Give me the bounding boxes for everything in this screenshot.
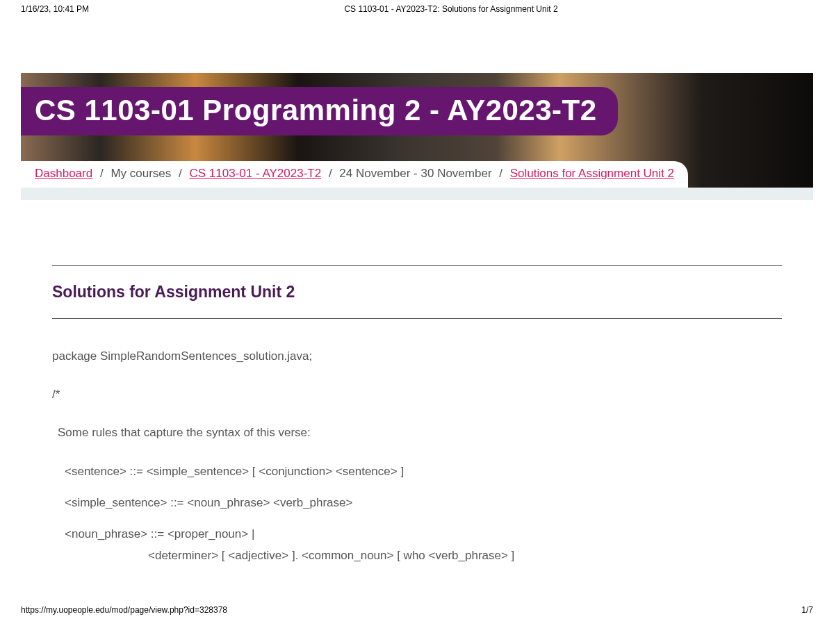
print-timestamp: 1/16/23, 10:41 PM: [21, 4, 89, 14]
code-package-line: package SimpleRandomSentences_solution.j…: [52, 347, 782, 365]
code-rules: <sentence> ::= <simple_sentence> [ <conj…: [65, 462, 782, 565]
code-intro: Some rules that capture the syntax of th…: [58, 423, 782, 442]
breadcrumb: Dashboard / My courses / CS 1103-01 - AY…: [21, 161, 688, 188]
header-band: CS 1103-01 Programming 2 - AY2023-T2 Das…: [21, 73, 813, 200]
code-rule-simple-sentence: <simple_sentence> ::= <noun_phrase> <ver…: [65, 493, 782, 512]
print-footer: https://my.uopeople.edu/mod/page/view.ph…: [0, 577, 834, 620]
code-body: package SimpleRandomSentences_solution.j…: [52, 347, 782, 565]
breadcrumb-sep: /: [100, 167, 104, 180]
breadcrumb-sep: /: [179, 167, 182, 180]
breadcrumb-week: 24 November - 30 November: [339, 167, 491, 180]
print-header: 1/16/23, 10:41 PM CS 1103-01 - AY2023-T2…: [0, 0, 834, 21]
breadcrumb-my-courses: My courses: [111, 167, 171, 180]
course-title-chip: CS 1103-01 Programming 2 - AY2023-T2: [21, 87, 618, 135]
breadcrumb-sep: /: [499, 167, 502, 180]
hero-banner: CS 1103-01 Programming 2 - AY2023-T2 Das…: [21, 73, 813, 188]
print-url: https://my.uopeople.edu/mod/page/view.ph…: [21, 605, 227, 615]
divider-bottom: [52, 318, 782, 319]
code-rule-noun-phrase-b: <determiner> [ <adjective> ]. <common_no…: [148, 546, 782, 565]
divider-top: [52, 265, 782, 266]
breadcrumb-current[interactable]: Solutions for Assignment Unit 2: [510, 167, 674, 180]
breadcrumb-course-link[interactable]: CS 1103-01 - AY2023-T2: [190, 167, 322, 180]
band-spacer: [21, 188, 813, 200]
code-rule-noun-phrase-a: <noun_phrase> ::= <proper_noun> |: [65, 525, 782, 543]
code-open-comment: /*: [52, 385, 782, 404]
breadcrumb-dashboard[interactable]: Dashboard: [35, 167, 92, 180]
print-title: CS 1103-01 - AY2023-T2: Solutions for As…: [344, 4, 557, 14]
breadcrumb-sep: /: [329, 167, 332, 180]
code-rule-sentence: <sentence> ::= <simple_sentence> [ <conj…: [65, 462, 782, 481]
page-title: Solutions for Assignment Unit 2: [52, 283, 782, 302]
course-title: CS 1103-01 Programming 2 - AY2023-T2: [35, 94, 597, 127]
main-content: Solutions for Assignment Unit 2 package …: [0, 200, 834, 565]
print-page: 1/7: [801, 605, 813, 615]
